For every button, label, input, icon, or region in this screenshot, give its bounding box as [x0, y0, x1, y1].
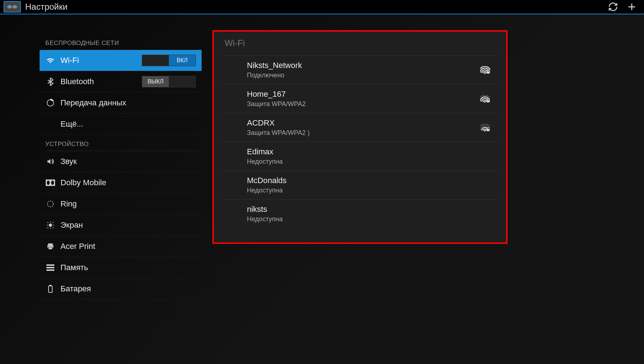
- main-layout: БЕСПРОВОДНЫЕ СЕТИ Wi-Fi ВКЛ Bluetooth ВЫ…: [0, 14, 644, 364]
- svg-rect-22: [46, 264, 54, 266]
- toggle-off-label: ВЫКЛ: [142, 76, 169, 87]
- network-name: Niksts_Network: [247, 61, 480, 70]
- sidebar-item-dolby[interactable]: Dolby Mobile: [40, 172, 202, 194]
- svg-rect-19: [48, 244, 53, 245]
- battery-icon: [45, 285, 55, 293]
- dolby-icon: [45, 179, 55, 186]
- svg-rect-24: [46, 269, 54, 271]
- network-name: ACDRX: [247, 118, 480, 128]
- network-item[interactable]: Home_167Защита WPA/WPA2: [221, 84, 499, 113]
- app-header: Настройки: [0, 0, 644, 14]
- sidebar-item-label: Wi-Fi: [60, 56, 142, 65]
- network-status: Недоступна: [247, 158, 499, 165]
- section-wireless: БЕСПРОВОДНЫЕ СЕТИ: [40, 36, 202, 50]
- sidebar-item-display[interactable]: Экран: [40, 215, 202, 236]
- refresh-icon[interactable]: [608, 2, 618, 12]
- svg-point-9: [48, 201, 54, 207]
- printer-icon: [45, 242, 55, 250]
- sidebar-item-wifi[interactable]: Wi-Fi ВКЛ: [40, 50, 202, 71]
- content-panel: Wi-Fi Niksts_NetworkПодключеноHome_167За…: [202, 14, 644, 364]
- svg-rect-28: [487, 72, 490, 73]
- settings-app-icon: [4, 1, 21, 13]
- add-icon[interactable]: [627, 2, 637, 12]
- wifi-toggle[interactable]: ВКЛ: [142, 55, 196, 66]
- wifi-networks-panel: Wi-Fi Niksts_NetworkПодключеноHome_167За…: [212, 30, 508, 244]
- network-status: Недоступна: [247, 215, 499, 223]
- sidebar-item-label: Bluetooth: [60, 77, 142, 86]
- network-name: McDonalds: [247, 176, 499, 185]
- network-item[interactable]: Niksts_NetworkПодключено: [221, 55, 499, 84]
- network-name: Edimax: [247, 147, 499, 156]
- svg-rect-32: [487, 129, 490, 131]
- sidebar-item-data-usage[interactable]: Передача данных: [40, 92, 202, 114]
- svg-rect-30: [487, 100, 490, 102]
- sidebar-item-label: Ещё...: [60, 119, 196, 129]
- sidebar-item-label: Ring: [60, 199, 196, 209]
- storage-icon: [45, 264, 55, 271]
- svg-point-10: [49, 224, 51, 226]
- svg-rect-25: [49, 286, 52, 292]
- sidebar-item-storage[interactable]: Память: [40, 257, 202, 278]
- sidebar-item-battery[interactable]: Батарея: [40, 278, 202, 300]
- wifi-icon: [45, 57, 55, 64]
- wifi-signal-icon: [480, 66, 490, 74]
- sidebar-item-label: Звук: [60, 157, 196, 166]
- svg-rect-21: [49, 247, 53, 249]
- ring-icon: [45, 200, 55, 208]
- sidebar-item-label: Acer Print: [60, 242, 196, 251]
- svg-point-1: [8, 5, 12, 9]
- network-name: niksts: [247, 205, 499, 214]
- header-actions: [608, 2, 640, 12]
- sidebar-item-label: Экран: [60, 220, 196, 230]
- sidebar-item-acer-print[interactable]: Acer Print: [40, 236, 202, 257]
- sidebar-item-bluetooth[interactable]: Bluetooth ВЫКЛ: [40, 71, 202, 92]
- bluetooth-toggle[interactable]: ВЫКЛ: [142, 76, 196, 87]
- sidebar-item-sound[interactable]: Звук: [40, 151, 202, 172]
- sound-icon: [45, 158, 55, 165]
- svg-point-8: [51, 181, 54, 185]
- network-name: Home_167: [247, 90, 480, 99]
- network-status: Защита WPA/WPA2 ): [247, 129, 480, 137]
- toggle-on-label: ВКЛ: [169, 55, 195, 66]
- svg-point-7: [47, 181, 50, 185]
- sidebar-item-label: Память: [60, 263, 196, 272]
- network-item[interactable]: ACDRXЗащита WPA/WPA2 ): [221, 113, 499, 142]
- svg-line-18: [48, 227, 48, 228]
- wifi-signal-icon: [480, 95, 490, 103]
- svg-rect-26: [50, 285, 51, 286]
- network-item[interactable]: EdimaxНедоступна: [221, 142, 499, 170]
- svg-point-31: [484, 130, 486, 131]
- svg-point-29: [484, 101, 486, 103]
- sidebar-item-ring[interactable]: Ring: [40, 194, 202, 215]
- content-title: Wi-Fi: [221, 32, 499, 55]
- svg-point-27: [484, 72, 486, 74]
- sidebar-item-more[interactable]: Ещё...: [40, 114, 202, 135]
- svg-line-17: [53, 222, 53, 223]
- brightness-icon: [45, 221, 55, 229]
- section-device: УСТРОЙСТВО: [40, 137, 202, 151]
- page-title: Настройки: [25, 2, 608, 12]
- settings-sidebar: БЕСПРОВОДНЫЕ СЕТИ Wi-Fi ВКЛ Bluetooth ВЫ…: [0, 14, 202, 364]
- bluetooth-icon: [45, 77, 55, 86]
- data-usage-icon: [45, 99, 55, 107]
- network-status: Недоступна: [247, 187, 499, 194]
- sidebar-item-label: Передача данных: [60, 98, 196, 108]
- svg-line-15: [48, 222, 48, 223]
- network-status: Защита WPA/WPA2: [247, 100, 480, 108]
- sidebar-item-label: Dolby Mobile: [60, 178, 196, 187]
- network-status: Подключено: [247, 72, 480, 79]
- network-item[interactable]: McDonaldsНедоступна: [221, 170, 499, 199]
- wifi-signal-icon: [480, 124, 490, 132]
- svg-point-2: [13, 5, 17, 9]
- svg-rect-23: [46, 267, 54, 268]
- network-item[interactable]: nikstsНедоступна: [221, 199, 499, 228]
- svg-line-16: [53, 227, 53, 228]
- sidebar-item-label: Батарея: [60, 284, 196, 294]
